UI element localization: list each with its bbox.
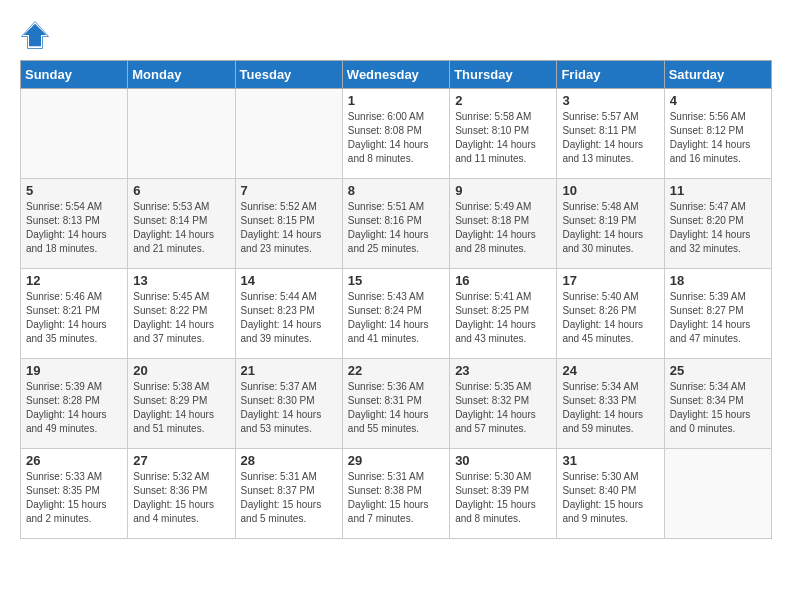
day-number: 8 [348,183,444,198]
day-number: 5 [26,183,122,198]
calendar-table: SundayMondayTuesdayWednesdayThursdayFrid… [20,60,772,539]
day-number: 30 [455,453,551,468]
weekday-header-row: SundayMondayTuesdayWednesdayThursdayFrid… [21,61,772,89]
day-cell: 4Sunrise: 5:56 AM Sunset: 8:12 PM Daylig… [664,89,771,179]
day-cell: 15Sunrise: 5:43 AM Sunset: 8:24 PM Dayli… [342,269,449,359]
day-number: 7 [241,183,337,198]
day-info: Sunrise: 5:48 AM Sunset: 8:19 PM Dayligh… [562,200,658,256]
day-cell: 29Sunrise: 5:31 AM Sunset: 8:38 PM Dayli… [342,449,449,539]
day-info: Sunrise: 6:00 AM Sunset: 8:08 PM Dayligh… [348,110,444,166]
day-cell: 12Sunrise: 5:46 AM Sunset: 8:21 PM Dayli… [21,269,128,359]
weekday-header-wednesday: Wednesday [342,61,449,89]
day-number: 28 [241,453,337,468]
day-info: Sunrise: 5:44 AM Sunset: 8:23 PM Dayligh… [241,290,337,346]
logo-icon [20,20,50,50]
day-cell: 24Sunrise: 5:34 AM Sunset: 8:33 PM Dayli… [557,359,664,449]
day-cell: 20Sunrise: 5:38 AM Sunset: 8:29 PM Dayli… [128,359,235,449]
day-number: 3 [562,93,658,108]
day-cell: 11Sunrise: 5:47 AM Sunset: 8:20 PM Dayli… [664,179,771,269]
day-cell: 8Sunrise: 5:51 AM Sunset: 8:16 PM Daylig… [342,179,449,269]
day-info: Sunrise: 5:30 AM Sunset: 8:39 PM Dayligh… [455,470,551,526]
day-info: Sunrise: 5:49 AM Sunset: 8:18 PM Dayligh… [455,200,551,256]
day-info: Sunrise: 5:45 AM Sunset: 8:22 PM Dayligh… [133,290,229,346]
day-cell: 27Sunrise: 5:32 AM Sunset: 8:36 PM Dayli… [128,449,235,539]
day-number: 16 [455,273,551,288]
day-info: Sunrise: 5:30 AM Sunset: 8:40 PM Dayligh… [562,470,658,526]
day-cell: 19Sunrise: 5:39 AM Sunset: 8:28 PM Dayli… [21,359,128,449]
day-info: Sunrise: 5:43 AM Sunset: 8:24 PM Dayligh… [348,290,444,346]
day-number: 31 [562,453,658,468]
day-info: Sunrise: 5:31 AM Sunset: 8:38 PM Dayligh… [348,470,444,526]
day-info: Sunrise: 5:36 AM Sunset: 8:31 PM Dayligh… [348,380,444,436]
week-row-4: 19Sunrise: 5:39 AM Sunset: 8:28 PM Dayli… [21,359,772,449]
day-number: 17 [562,273,658,288]
day-cell: 3Sunrise: 5:57 AM Sunset: 8:11 PM Daylig… [557,89,664,179]
day-number: 27 [133,453,229,468]
day-info: Sunrise: 5:51 AM Sunset: 8:16 PM Dayligh… [348,200,444,256]
day-info: Sunrise: 5:39 AM Sunset: 8:27 PM Dayligh… [670,290,766,346]
weekday-header-saturday: Saturday [664,61,771,89]
day-info: Sunrise: 5:35 AM Sunset: 8:32 PM Dayligh… [455,380,551,436]
week-row-3: 12Sunrise: 5:46 AM Sunset: 8:21 PM Dayli… [21,269,772,359]
day-info: Sunrise: 5:58 AM Sunset: 8:10 PM Dayligh… [455,110,551,166]
day-number: 2 [455,93,551,108]
day-info: Sunrise: 5:57 AM Sunset: 8:11 PM Dayligh… [562,110,658,166]
day-info: Sunrise: 5:54 AM Sunset: 8:13 PM Dayligh… [26,200,122,256]
day-cell: 23Sunrise: 5:35 AM Sunset: 8:32 PM Dayli… [450,359,557,449]
page-header [20,20,772,50]
day-number: 12 [26,273,122,288]
day-info: Sunrise: 5:52 AM Sunset: 8:15 PM Dayligh… [241,200,337,256]
day-info: Sunrise: 5:46 AM Sunset: 8:21 PM Dayligh… [26,290,122,346]
day-cell: 6Sunrise: 5:53 AM Sunset: 8:14 PM Daylig… [128,179,235,269]
day-info: Sunrise: 5:31 AM Sunset: 8:37 PM Dayligh… [241,470,337,526]
day-cell: 25Sunrise: 5:34 AM Sunset: 8:34 PM Dayli… [664,359,771,449]
day-info: Sunrise: 5:39 AM Sunset: 8:28 PM Dayligh… [26,380,122,436]
day-cell: 17Sunrise: 5:40 AM Sunset: 8:26 PM Dayli… [557,269,664,359]
day-cell: 31Sunrise: 5:30 AM Sunset: 8:40 PM Dayli… [557,449,664,539]
day-cell [235,89,342,179]
day-info: Sunrise: 5:34 AM Sunset: 8:34 PM Dayligh… [670,380,766,436]
day-cell: 14Sunrise: 5:44 AM Sunset: 8:23 PM Dayli… [235,269,342,359]
day-cell [664,449,771,539]
day-info: Sunrise: 5:40 AM Sunset: 8:26 PM Dayligh… [562,290,658,346]
day-number: 15 [348,273,444,288]
day-info: Sunrise: 5:41 AM Sunset: 8:25 PM Dayligh… [455,290,551,346]
day-number: 25 [670,363,766,378]
day-cell: 10Sunrise: 5:48 AM Sunset: 8:19 PM Dayli… [557,179,664,269]
day-number: 10 [562,183,658,198]
day-cell: 18Sunrise: 5:39 AM Sunset: 8:27 PM Dayli… [664,269,771,359]
day-cell [128,89,235,179]
day-cell: 13Sunrise: 5:45 AM Sunset: 8:22 PM Dayli… [128,269,235,359]
week-row-5: 26Sunrise: 5:33 AM Sunset: 8:35 PM Dayli… [21,449,772,539]
day-number: 11 [670,183,766,198]
day-number: 22 [348,363,444,378]
day-cell: 16Sunrise: 5:41 AM Sunset: 8:25 PM Dayli… [450,269,557,359]
day-cell [21,89,128,179]
day-cell: 26Sunrise: 5:33 AM Sunset: 8:35 PM Dayli… [21,449,128,539]
day-number: 24 [562,363,658,378]
day-number: 9 [455,183,551,198]
day-number: 6 [133,183,229,198]
day-cell: 2Sunrise: 5:58 AM Sunset: 8:10 PM Daylig… [450,89,557,179]
weekday-header-tuesday: Tuesday [235,61,342,89]
day-number: 29 [348,453,444,468]
day-info: Sunrise: 5:37 AM Sunset: 8:30 PM Dayligh… [241,380,337,436]
day-cell: 1Sunrise: 6:00 AM Sunset: 8:08 PM Daylig… [342,89,449,179]
day-cell: 22Sunrise: 5:36 AM Sunset: 8:31 PM Dayli… [342,359,449,449]
day-number: 1 [348,93,444,108]
day-cell: 9Sunrise: 5:49 AM Sunset: 8:18 PM Daylig… [450,179,557,269]
weekday-header-friday: Friday [557,61,664,89]
day-number: 26 [26,453,122,468]
week-row-2: 5Sunrise: 5:54 AM Sunset: 8:13 PM Daylig… [21,179,772,269]
weekday-header-sunday: Sunday [21,61,128,89]
day-cell: 30Sunrise: 5:30 AM Sunset: 8:39 PM Dayli… [450,449,557,539]
logo [20,20,54,50]
weekday-header-thursday: Thursday [450,61,557,89]
day-number: 18 [670,273,766,288]
day-cell: 28Sunrise: 5:31 AM Sunset: 8:37 PM Dayli… [235,449,342,539]
weekday-header-monday: Monday [128,61,235,89]
day-cell: 21Sunrise: 5:37 AM Sunset: 8:30 PM Dayli… [235,359,342,449]
day-info: Sunrise: 5:47 AM Sunset: 8:20 PM Dayligh… [670,200,766,256]
day-cell: 7Sunrise: 5:52 AM Sunset: 8:15 PM Daylig… [235,179,342,269]
day-info: Sunrise: 5:33 AM Sunset: 8:35 PM Dayligh… [26,470,122,526]
